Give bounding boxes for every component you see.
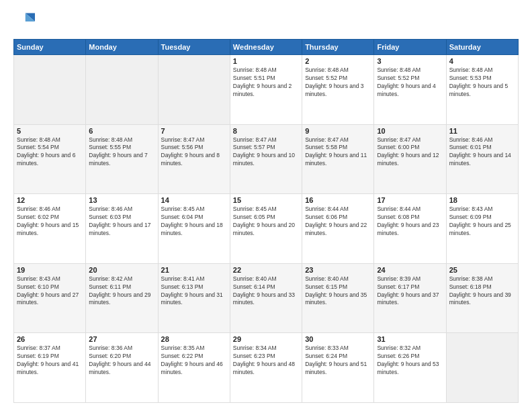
cell-info: Sunrise: 8:46 AMSunset: 6:01 PMDaylight:… (449, 136, 515, 169)
cell-info: Sunrise: 8:33 AMSunset: 6:24 PMDaylight:… (305, 345, 371, 377)
day-number: 7 (161, 127, 227, 135)
day-number: 26 (17, 335, 83, 343)
calendar-cell: 18Sunrise: 8:43 AMSunset: 6:09 PMDayligh… (446, 194, 518, 264)
calendar-cell: 13Sunrise: 8:46 AMSunset: 6:03 PMDayligh… (86, 194, 158, 264)
calendar-week-row: 12Sunrise: 8:46 AMSunset: 6:02 PMDayligh… (14, 194, 519, 264)
day-number: 8 (233, 127, 299, 135)
day-number: 20 (89, 266, 154, 274)
calendar-cell: 30Sunrise: 8:33 AMSunset: 6:24 PMDayligh… (302, 333, 374, 403)
calendar-cell: 17Sunrise: 8:44 AMSunset: 6:08 PMDayligh… (374, 194, 446, 264)
cell-info: Sunrise: 8:48 AMSunset: 5:53 PMDaylight:… (449, 66, 515, 99)
calendar-week-row: 19Sunrise: 8:43 AMSunset: 6:10 PMDayligh… (14, 263, 519, 333)
calendar-header-wednesday: Wednesday (230, 40, 302, 55)
calendar-cell (446, 333, 518, 403)
cell-info: Sunrise: 8:47 AMSunset: 5:58 PMDaylight:… (305, 136, 371, 169)
cell-info: Sunrise: 8:38 AMSunset: 6:18 PMDaylight:… (449, 275, 515, 308)
cell-info: Sunrise: 8:48 AMSunset: 5:55 PMDaylight:… (89, 136, 154, 169)
day-number: 4 (449, 57, 515, 65)
calendar-cell: 3Sunrise: 8:48 AMSunset: 5:52 PMDaylight… (374, 55, 446, 125)
cell-info: Sunrise: 8:39 AMSunset: 6:17 PMDaylight:… (377, 275, 443, 308)
calendar-header-thursday: Thursday (302, 40, 374, 55)
cell-info: Sunrise: 8:32 AMSunset: 6:26 PMDaylight:… (377, 345, 443, 377)
calendar-cell (86, 55, 158, 125)
day-number: 22 (233, 266, 299, 274)
calendar-week-row: 26Sunrise: 8:37 AMSunset: 6:19 PMDayligh… (14, 333, 519, 403)
calendar-header-row: SundayMondayTuesdayWednesdayThursdayFrid… (14, 40, 519, 55)
calendar-header-friday: Friday (374, 40, 446, 55)
calendar-cell: 8Sunrise: 8:47 AMSunset: 5:57 PMDaylight… (230, 124, 302, 194)
cell-info: Sunrise: 8:40 AMSunset: 6:15 PMDaylight:… (305, 275, 371, 308)
page: SundayMondayTuesdayWednesdayThursdayFrid… (0, 0, 532, 411)
cell-info: Sunrise: 8:42 AMSunset: 6:11 PMDaylight:… (89, 275, 154, 308)
calendar-cell: 21Sunrise: 8:41 AMSunset: 6:13 PMDayligh… (158, 263, 230, 333)
calendar-cell: 4Sunrise: 8:48 AMSunset: 5:53 PMDaylight… (446, 55, 518, 125)
calendar-header-saturday: Saturday (446, 40, 518, 55)
cell-info: Sunrise: 8:45 AMSunset: 6:05 PMDaylight:… (233, 205, 299, 238)
logo-icon (13, 11, 35, 32)
day-number: 12 (17, 196, 83, 204)
day-number: 30 (305, 335, 371, 343)
day-number: 14 (161, 196, 227, 204)
day-number: 9 (305, 127, 371, 135)
day-number: 23 (305, 266, 371, 274)
day-number: 27 (89, 335, 154, 343)
cell-info: Sunrise: 8:43 AMSunset: 6:10 PMDaylight:… (17, 275, 83, 308)
calendar-cell: 11Sunrise: 8:46 AMSunset: 6:01 PMDayligh… (446, 124, 518, 194)
calendar-cell: 26Sunrise: 8:37 AMSunset: 6:19 PMDayligh… (14, 333, 86, 403)
calendar-cell: 23Sunrise: 8:40 AMSunset: 6:15 PMDayligh… (302, 263, 374, 333)
cell-info: Sunrise: 8:36 AMSunset: 6:20 PMDaylight:… (89, 345, 154, 377)
calendar-cell: 28Sunrise: 8:35 AMSunset: 6:22 PMDayligh… (158, 333, 230, 403)
calendar-cell: 2Sunrise: 8:48 AMSunset: 5:52 PMDaylight… (302, 55, 374, 125)
calendar-cell: 1Sunrise: 8:48 AMSunset: 5:51 PMDaylight… (230, 55, 302, 125)
calendar-cell: 20Sunrise: 8:42 AMSunset: 6:11 PMDayligh… (86, 263, 158, 333)
day-number: 3 (377, 57, 443, 65)
cell-info: Sunrise: 8:48 AMSunset: 5:51 PMDaylight:… (233, 66, 299, 99)
cell-info: Sunrise: 8:40 AMSunset: 6:14 PMDaylight:… (233, 275, 299, 308)
day-number: 21 (161, 266, 227, 274)
calendar-table: SundayMondayTuesdayWednesdayThursdayFrid… (13, 39, 519, 403)
cell-info: Sunrise: 8:43 AMSunset: 6:09 PMDaylight:… (449, 205, 515, 238)
cell-info: Sunrise: 8:47 AMSunset: 6:00 PMDaylight:… (377, 136, 443, 169)
calendar-header-monday: Monday (86, 40, 158, 55)
day-number: 1 (233, 57, 299, 65)
day-number: 10 (377, 127, 443, 135)
calendar-cell: 14Sunrise: 8:45 AMSunset: 6:04 PMDayligh… (158, 194, 230, 264)
cell-info: Sunrise: 8:46 AMSunset: 6:03 PMDaylight:… (89, 205, 154, 238)
cell-info: Sunrise: 8:34 AMSunset: 6:23 PMDaylight:… (233, 345, 299, 377)
cell-info: Sunrise: 8:47 AMSunset: 5:57 PMDaylight:… (233, 136, 299, 169)
day-number: 15 (233, 196, 299, 204)
calendar-week-row: 5Sunrise: 8:48 AMSunset: 5:54 PMDaylight… (14, 124, 519, 194)
cell-info: Sunrise: 8:44 AMSunset: 6:08 PMDaylight:… (377, 205, 443, 238)
calendar-cell: 31Sunrise: 8:32 AMSunset: 6:26 PMDayligh… (374, 333, 446, 403)
calendar-cell (158, 55, 230, 125)
day-number: 28 (161, 335, 227, 343)
calendar-cell: 22Sunrise: 8:40 AMSunset: 6:14 PMDayligh… (230, 263, 302, 333)
day-number: 29 (233, 335, 299, 343)
cell-info: Sunrise: 8:48 AMSunset: 5:54 PMDaylight:… (17, 136, 83, 169)
calendar-cell: 12Sunrise: 8:46 AMSunset: 6:02 PMDayligh… (14, 194, 86, 264)
calendar-cell: 9Sunrise: 8:47 AMSunset: 5:58 PMDaylight… (302, 124, 374, 194)
day-number: 16 (305, 196, 371, 204)
calendar-cell: 29Sunrise: 8:34 AMSunset: 6:23 PMDayligh… (230, 333, 302, 403)
day-number: 18 (449, 196, 515, 204)
cell-info: Sunrise: 8:44 AMSunset: 6:06 PMDaylight:… (305, 205, 371, 238)
calendar-cell: 25Sunrise: 8:38 AMSunset: 6:18 PMDayligh… (446, 263, 518, 333)
calendar-cell: 19Sunrise: 8:43 AMSunset: 6:10 PMDayligh… (14, 263, 86, 333)
day-number: 13 (89, 196, 154, 204)
day-number: 5 (17, 127, 83, 135)
cell-info: Sunrise: 8:47 AMSunset: 5:56 PMDaylight:… (161, 136, 227, 169)
header (13, 11, 519, 32)
cell-info: Sunrise: 8:46 AMSunset: 6:02 PMDaylight:… (17, 205, 83, 238)
logo (13, 11, 38, 32)
calendar-cell: 16Sunrise: 8:44 AMSunset: 6:06 PMDayligh… (302, 194, 374, 264)
calendar-cell: 24Sunrise: 8:39 AMSunset: 6:17 PMDayligh… (374, 263, 446, 333)
day-number: 2 (305, 57, 371, 65)
day-number: 19 (17, 266, 83, 274)
calendar-week-row: 1Sunrise: 8:48 AMSunset: 5:51 PMDaylight… (14, 55, 519, 125)
cell-info: Sunrise: 8:48 AMSunset: 5:52 PMDaylight:… (305, 66, 371, 99)
calendar-header-tuesday: Tuesday (158, 40, 230, 55)
day-number: 6 (89, 127, 154, 135)
day-number: 31 (377, 335, 443, 343)
calendar-cell: 15Sunrise: 8:45 AMSunset: 6:05 PMDayligh… (230, 194, 302, 264)
calendar-cell: 27Sunrise: 8:36 AMSunset: 6:20 PMDayligh… (86, 333, 158, 403)
